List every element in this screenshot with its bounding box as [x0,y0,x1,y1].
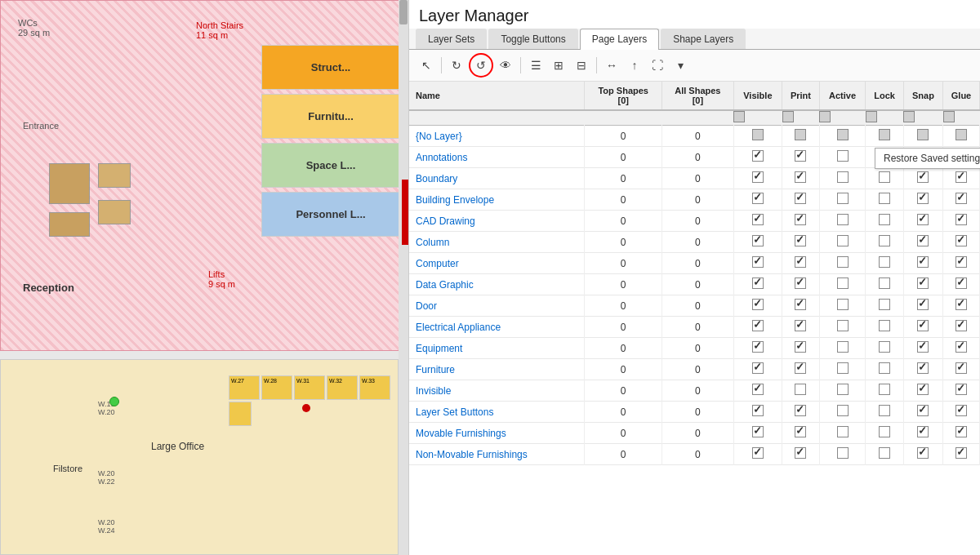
layer-checkbox[interactable] [752,341,764,353]
layer-active-cell[interactable] [819,253,865,274]
header-visible-checkbox[interactable] [733,111,745,122]
layer-checkbox[interactable] [879,447,890,459]
layer-visible-cell[interactable] [733,147,782,168]
layer-checkbox[interactable] [917,214,929,225]
layer-name-cell[interactable]: {No Layer} [409,126,585,147]
layer-glue-cell[interactable] [943,168,980,189]
layer-checkbox[interactable] [917,256,929,268]
layer-checkbox[interactable] [956,341,967,353]
layer-snap-cell[interactable] [903,274,942,295]
layer-print-cell[interactable] [782,317,820,338]
layer-glue-cell[interactable] [943,402,980,423]
layer-checkbox[interactable] [837,171,849,183]
layer-lock-cell[interactable] [866,423,904,444]
layer-checkbox[interactable] [956,362,967,374]
layer-checkbox[interactable] [795,214,806,225]
layer-print-cell[interactable] [782,168,820,189]
layer-checkbox[interactable] [752,426,764,437]
layer-visible-cell[interactable] [733,402,782,423]
layer-checkbox[interactable] [956,426,967,437]
header-lock-checkbox[interactable] [866,111,877,122]
layer-checkbox[interactable] [917,278,929,289]
layer-checkbox[interactable] [956,405,967,416]
floor-plan-scrollbar-thumb[interactable] [399,0,408,24]
layer-checkbox[interactable] [956,256,967,268]
layer-checkbox[interactable] [956,447,967,459]
layer-active-cell[interactable] [819,402,865,423]
layer-snap-cell[interactable] [903,126,942,147]
layer-snap-cell[interactable] [903,168,942,189]
layer-checkbox[interactable] [917,426,929,437]
layer-lock-cell[interactable] [866,211,904,232]
layer-checkbox[interactable] [837,320,849,331]
layer-glue-cell[interactable] [943,359,980,380]
layer-checkbox[interactable] [879,426,890,437]
layer-checkbox[interactable] [752,320,764,331]
more-button[interactable]: ▾ [670,55,691,76]
layer-checkbox[interactable] [879,171,890,183]
layer-active-cell[interactable] [819,147,865,168]
layer-active-cell[interactable] [819,168,865,189]
layer-name-cell[interactable]: Boundary [409,168,585,189]
layer-checkbox[interactable] [795,405,806,416]
layer-snap-cell[interactable] [903,211,942,232]
layer-active-cell[interactable] [819,338,865,359]
layer-checkbox[interactable] [917,341,929,353]
layer-print-cell[interactable] [782,189,820,211]
header-snap-checkbox[interactable] [903,111,915,122]
layer-visible-cell[interactable] [733,295,782,317]
layer-checkbox[interactable] [837,426,849,437]
layer-checkbox[interactable] [879,235,890,246]
layer-lock-cell[interactable] [866,338,904,359]
layer-checkbox[interactable] [795,320,806,331]
layer-snap-cell[interactable] [903,295,942,317]
layer-checkbox[interactable] [837,341,849,353]
layer-checkbox[interactable] [795,278,806,289]
layer-name-cell[interactable]: Electrical Appliance [409,317,585,338]
layer-print-cell[interactable] [782,126,820,147]
layer-checkbox[interactable] [837,193,849,204]
layer-snap-cell[interactable] [903,402,942,423]
layer-name-cell[interactable]: Annotations [409,147,585,168]
layer-checkbox[interactable] [956,299,967,310]
layer-checkbox[interactable] [879,341,890,353]
layer-checkbox[interactable] [752,405,764,416]
layer-checkbox[interactable] [837,299,849,310]
layer-active-cell[interactable] [819,380,865,402]
header-glue-checkbox[interactable] [943,111,955,122]
layer-glue-cell[interactable] [943,126,980,147]
layer-glue-cell[interactable] [943,232,980,253]
layer-active-cell[interactable] [819,189,865,211]
layer-glue-cell[interactable] [943,317,980,338]
layer-lock-cell[interactable] [866,402,904,423]
layer-glue-cell[interactable] [943,189,980,211]
layer-snap-cell[interactable] [903,423,942,444]
layer-checkbox[interactable] [795,384,806,395]
layer-glue-cell[interactable] [943,253,980,274]
layer-checkbox[interactable] [837,235,849,246]
layer-name-cell[interactable]: Data Graphic [409,274,585,295]
layer-checkbox[interactable] [879,320,890,331]
layer-active-cell[interactable] [819,295,865,317]
layer-lock-cell[interactable] [866,359,904,380]
layer-snap-cell[interactable] [903,338,942,359]
layer-glue-cell[interactable] [943,338,980,359]
layer-print-cell[interactable] [782,359,820,380]
layer-name-cell[interactable]: Computer [409,253,585,274]
layer-visible-cell[interactable] [733,126,782,147]
layer-checkbox[interactable] [752,362,764,374]
layer-checkbox[interactable] [917,129,929,140]
list-tool-button[interactable]: ☰ [525,55,546,76]
layer-visible-cell[interactable] [733,211,782,232]
layer-visible-cell[interactable] [733,232,782,253]
layer-print-cell[interactable] [782,402,820,423]
layer-checkbox[interactable] [837,384,849,395]
layer-checkbox[interactable] [917,299,929,310]
layer-snap-cell[interactable] [903,444,942,465]
layer-snap-cell[interactable] [903,359,942,380]
layer-visible-cell[interactable] [733,423,782,444]
layer-checkbox[interactable] [917,193,929,204]
layer-checkbox[interactable] [795,341,806,353]
layer-checkbox[interactable] [956,235,967,246]
layer-checkbox[interactable] [752,447,764,459]
